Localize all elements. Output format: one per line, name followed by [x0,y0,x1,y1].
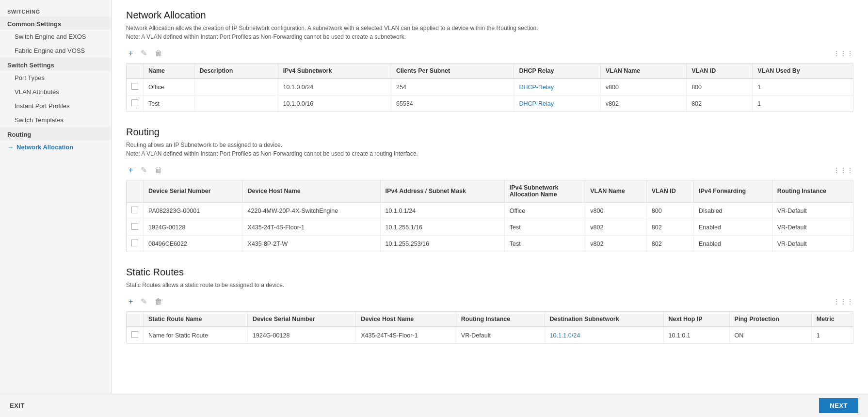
sidebar-group-routing[interactable]: Routing [0,127,111,140]
sr-col-checkbox [127,312,144,327]
table-row[interactable]: 1924G-00128 X435-24T-4S-Floor-1 10.1.255… [127,219,853,236]
r-col-checkbox [127,180,144,202]
r-cell-allocation-name: Test [504,236,585,252]
next-button[interactable]: NEXT [819,398,858,413]
r-col-vlan-name: VLAN Name [585,180,647,202]
r-cell-device-host: 4220-4MW-20P-4X-SwitchEngine [242,202,380,219]
routing-delete-button[interactable]: 🗑 [152,164,165,176]
static-routes-add-button[interactable]: + [126,296,135,307]
na-col-vlan-id: VLAN ID [687,64,753,79]
r-cell-vlan-name: v800 [585,202,647,219]
sidebar-item-vlan-attributes[interactable]: VLAN Attributes [0,85,111,99]
sidebar-item-instant-port-profiles[interactable]: Instant Port Profiles [0,99,111,113]
main-content: Network Allocation Network Allocation al… [112,0,868,394]
table-row[interactable]: Office 10.1.0.0/24 254 DHCP-Relay v800 8… [127,79,853,96]
network-allocation-edit-button[interactable]: ✎ [138,47,149,59]
routing-table-wrapper: Device Serial Number Device Host Name IP… [126,180,853,252]
na-cell-vlan-name: v800 [600,79,686,96]
sidebar-section-title: SWITCHING [0,5,111,16]
row-checkbox[interactable] [131,223,138,230]
static-routes-delete-button[interactable]: 🗑 [152,296,165,307]
table-row[interactable]: Name for Static Route 1924G-00128 X435-2… [127,327,853,343]
static-routes-title: Static Routes [126,267,853,278]
sr-col-destination: Destination Subnetwork [545,312,663,327]
sr-col-routing-instance: Routing Instance [456,312,545,327]
na-cell-vlan-used: 1 [753,79,853,96]
na-cell-name: Office [144,79,195,96]
r-col-ipv4-address: IPv4 Address / Subnet Mask [380,180,504,202]
table-row[interactable]: 00496CE6022 X435-8P-2T-W 10.1.255.253/16… [127,236,853,252]
static-routes-table: Static Route Name Device Serial Number D… [127,312,853,343]
r-cell-ipv4-address: 10.1.255.1/16 [380,219,504,236]
sidebar-item-network-allocation[interactable]: Network Allocation [0,140,111,154]
footer: EXIT NEXT [0,394,868,417]
routing-add-button[interactable]: + [126,164,135,176]
table-row[interactable]: Test 10.1.0.0/16 65534 DHCP-Relay v802 8… [127,96,853,112]
r-cell-ipv4-forwarding: Enabled [693,236,772,252]
routing-columns-icon[interactable]: ⋮⋮⋮ [833,166,853,174]
na-cell-vlan-used: 1 [753,96,853,112]
network-allocation-toolbar: + ✎ 🗑 ⋮⋮⋮ [126,47,853,59]
sidebar-group-common-settings[interactable]: Common Settings [0,16,111,30]
na-cell-description [194,96,278,112]
sr-col-next-hop: Next Hop IP [663,312,729,327]
sidebar-group-switch-settings[interactable]: Switch Settings [0,58,111,71]
na-cell-clients: 65534 [391,96,514,112]
network-allocation-delete-button[interactable]: 🗑 [152,48,165,59]
na-cell-vlan-name: v802 [600,96,686,112]
r-cell-device-serial: 00496CE6022 [144,236,243,252]
na-cell-dhcp[interactable]: DHCP-Relay [514,96,600,112]
sidebar: SWITCHING Common Settings Switch Engine … [0,0,112,394]
sr-cell-device-host: X435-24T-4S-Floor-1 [356,327,456,343]
row-checkbox[interactable] [131,240,138,246]
routing-desc: Routing allows an IP Subnetwork to be as… [126,141,853,158]
na-col-clients: Clients Per Subnet [391,64,514,79]
static-routes-section: Static Routes Static Routes allows a sta… [126,267,853,344]
r-cell-device-host: X435-8P-2T-W [242,236,380,252]
r-cell-ipv4-address: 10.1.255.253/16 [380,236,504,252]
na-col-dhcp: DHCP Relay [514,64,600,79]
sidebar-item-switch-templates[interactable]: Switch Templates [0,113,111,127]
sidebar-item-switch-engine-exos[interactable]: Switch Engine and EXOS [0,30,111,44]
na-col-vlan-name: VLAN Name [600,64,686,79]
sr-col-metric: Metric [811,312,853,327]
row-checkbox[interactable] [131,331,138,338]
routing-edit-button[interactable]: ✎ [138,164,149,176]
routing-section: Routing Routing allows an IP Subnetwork … [126,127,853,252]
r-col-vlan-id: VLAN ID [646,180,693,202]
row-checkbox[interactable] [131,83,138,90]
r-cell-ipv4-forwarding: Enabled [693,219,772,236]
static-routes-edit-button[interactable]: ✎ [138,295,149,307]
network-allocation-add-button[interactable]: + [126,48,135,59]
r-cell-vlan-name: v802 [585,219,647,236]
network-allocation-table-wrapper: Name Description IPv4 Subnetwork Clients… [126,63,853,112]
routing-title: Routing [126,127,853,138]
r-cell-routing-instance: VR-Default [772,202,853,219]
exit-button[interactable]: EXIT [10,402,25,409]
network-allocation-columns-icon[interactable]: ⋮⋮⋮ [833,49,853,57]
table-row[interactable]: PA082323G-00001 4220-4MW-20P-4X-SwitchEn… [127,202,853,219]
r-cell-vlan-id: 802 [646,236,693,252]
sr-col-device-host: Device Host Name [356,312,456,327]
r-cell-device-serial: PA082323G-00001 [144,202,243,219]
sr-cell-device-serial: 1924G-00128 [247,327,355,343]
na-cell-ipv4: 10.1.0.0/24 [278,79,391,96]
row-checkbox[interactable] [131,207,138,213]
static-routes-desc: Static Routes allows a static route to b… [126,281,853,289]
r-cell-vlan-name: v802 [585,236,647,252]
routing-table: Device Serial Number Device Host Name IP… [127,180,853,252]
na-cell-dhcp[interactable]: DHCP-Relay [514,79,600,96]
sr-cell-name: Name for Static Route [144,327,248,343]
r-cell-vlan-id: 800 [646,202,693,219]
sidebar-item-fabric-engine-voss[interactable]: Fabric Engine and VOSS [0,44,111,58]
r-col-routing-instance: Routing Instance [772,180,853,202]
r-cell-device-serial: 1924G-00128 [144,219,243,236]
na-cell-vlan-id: 802 [687,96,753,112]
na-col-checkbox [127,64,144,79]
sidebar-item-port-types[interactable]: Port Types [0,71,111,85]
r-cell-vlan-id: 802 [646,219,693,236]
sr-cell-destination[interactable]: 10.1.1.0/24 [545,327,663,343]
static-routes-columns-icon[interactable]: ⋮⋮⋮ [833,298,853,305]
sr-col-name: Static Route Name [144,312,248,327]
row-checkbox[interactable] [131,99,138,106]
